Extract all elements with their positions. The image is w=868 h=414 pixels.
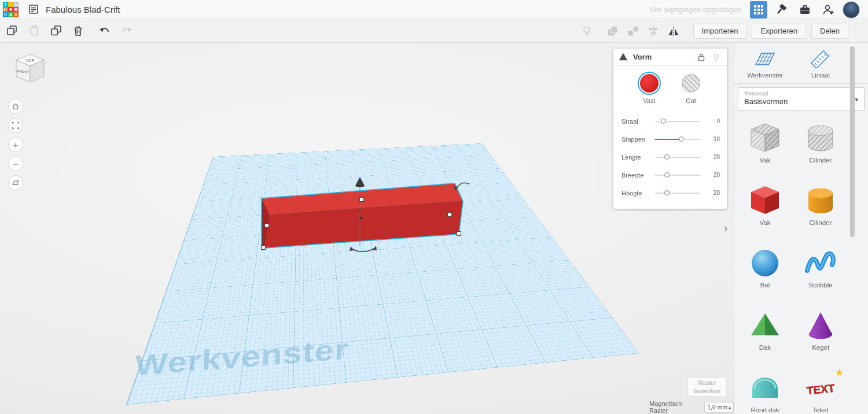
ruler-icon	[809, 49, 832, 68]
inspector-title: Vorm	[633, 53, 697, 61]
portfolio-button[interactable]	[796, 1, 814, 19]
zoom-out-button[interactable]: −	[8, 156, 23, 171]
snap-grid-label: Magnetisch Raster	[649, 400, 701, 414]
view-cube[interactable]: TOP FRONT	[12, 51, 49, 90]
shape-item-box[interactable]: Vak	[737, 178, 793, 241]
shapes-sidebar: Werkvenster Liniaal Tinkercad Basisvorme…	[734, 43, 868, 414]
design-properties-button[interactable]	[27, 2, 41, 16]
cone-icon	[803, 309, 838, 341]
mirror-icon	[667, 24, 681, 38]
red-box-shape[interactable]	[262, 183, 463, 248]
shape-item-cylinder-hole[interactable]: Cilinder	[793, 116, 848, 178]
slider-value: 20	[704, 154, 720, 160]
library-source: Tinkercad	[744, 90, 858, 97]
shape-item-round-roof[interactable]: Rond dak	[737, 365, 793, 414]
viewcube-front-label: FRONT	[17, 69, 30, 73]
rotate-handle-bottom[interactable]	[350, 246, 377, 252]
slider-knob[interactable]	[664, 154, 670, 160]
slider-track[interactable]	[655, 193, 700, 194]
slider-knob[interactable]	[664, 190, 670, 195]
fit-view-icon	[12, 121, 20, 130]
delete-button[interactable]	[71, 23, 86, 38]
group-icon	[606, 24, 620, 38]
slider-knob[interactable]	[679, 136, 684, 142]
solid-swatch	[640, 74, 659, 93]
blocks-button[interactable]	[750, 1, 767, 19]
invite-button[interactable]	[819, 1, 837, 19]
import-button[interactable]: Importeren	[693, 24, 747, 39]
inspector-header[interactable]: Vorm	[613, 49, 727, 66]
helper-workplane[interactable]: Werkvenster	[737, 49, 793, 79]
lightbulb-icon[interactable]	[712, 53, 721, 62]
share-button[interactable]: Delen	[811, 24, 848, 39]
shape-item-box-hole[interactable]: Vak	[737, 116, 793, 178]
paste-icon	[27, 24, 41, 38]
mirror-button[interactable]	[666, 24, 681, 39]
save-status: Alle wijzigingen opgeslagen	[649, 5, 742, 14]
caret-up-icon: ▴	[729, 405, 731, 410]
paste-button[interactable]	[27, 23, 42, 38]
inspector-header-icons	[697, 53, 721, 62]
slider-track[interactable]	[655, 175, 700, 176]
favorite-star-icon[interactable]: ★	[835, 367, 844, 379]
avatar[interactable]	[843, 1, 860, 19]
shape-item-roof[interactable]: Dak	[737, 303, 793, 365]
fit-view-button[interactable]	[8, 118, 23, 133]
duplicate-icon	[49, 24, 63, 38]
box-icon	[748, 184, 782, 216]
ungroup-icon	[626, 24, 640, 38]
slider-label: Straal	[621, 118, 652, 125]
shape-item-scribble[interactable]: Scribble	[793, 241, 848, 303]
slider-knob[interactable]	[664, 172, 670, 178]
viewcube-top-label: TOP	[26, 58, 35, 62]
perspective-toggle-button[interactable]	[8, 175, 23, 190]
scrollbar-thumb[interactable]	[850, 46, 855, 237]
show-hidden-button[interactable]	[579, 24, 594, 39]
top-bar: T I N K E R C A D Fabulous Blad-Crift Al…	[0, 0, 868, 19]
grid-blocks-icon	[754, 5, 763, 14]
shape-item-text[interactable]: ★ TEXT Tekst	[793, 365, 848, 414]
briefcase-icon	[798, 3, 812, 17]
solid-label: Vast	[643, 97, 655, 104]
height-cone-handle[interactable]	[355, 177, 365, 187]
ungroup-button[interactable]	[626, 24, 641, 39]
sidebar-scrollbar	[850, 45, 855, 412]
zoom-in-button[interactable]: +	[8, 137, 23, 152]
shape-item-sphere[interactable]: Bol	[737, 241, 793, 303]
solid-option[interactable]: Vast	[640, 74, 659, 104]
export-button[interactable]: Exporteren	[752, 24, 806, 39]
lock-icon[interactable]	[697, 53, 706, 62]
helper-ruler[interactable]: Liniaal	[793, 49, 848, 79]
slider-row-steps: Stappen 10	[613, 130, 727, 148]
home-icon	[12, 102, 20, 110]
sidebar-collapse-chevron[interactable]: ›	[724, 222, 728, 234]
snap-grid-select[interactable]: 1,0 mm ▴	[704, 402, 734, 413]
shape-inspector: Vorm Vast Gat	[613, 49, 727, 209]
group-button[interactable]	[605, 24, 620, 39]
shape-label: Cilinder	[810, 157, 832, 164]
slider-track[interactable]	[655, 121, 700, 122]
align-button[interactable]	[646, 24, 661, 39]
duplicate-button[interactable]	[49, 23, 64, 38]
slider-track[interactable]	[655, 157, 700, 158]
redo-button[interactable]	[119, 23, 134, 38]
slider-track[interactable]	[655, 139, 700, 140]
rotate-handle-right[interactable]	[454, 183, 469, 191]
hole-option[interactable]: Gat	[682, 74, 700, 104]
workplane-grid-icon	[753, 49, 777, 68]
shape-item-cylinder[interactable]: Cilinder	[793, 178, 848, 241]
copy-button[interactable]	[5, 23, 20, 38]
shape-item-cone[interactable]: Kegel	[793, 303, 848, 365]
simlab-button[interactable]	[773, 1, 790, 19]
edit-grid-button[interactable]: Raster bewerken	[687, 378, 727, 397]
tinkercad-logo[interactable]: T I N K E R C A D	[3, 2, 19, 17]
slider-knob[interactable]	[661, 119, 666, 124]
slider-label: Lengte	[621, 154, 652, 161]
design-title[interactable]: Fabulous Blad-Crift	[46, 5, 120, 14]
library-category: Basisvormen	[744, 97, 858, 106]
home-view-button[interactable]	[8, 99, 23, 114]
library-dropdown[interactable]: Tinkercad Basisvormen ▾	[738, 87, 865, 111]
center-handle[interactable]	[360, 217, 362, 219]
roof-icon	[748, 309, 782, 341]
undo-button[interactable]	[97, 23, 112, 38]
